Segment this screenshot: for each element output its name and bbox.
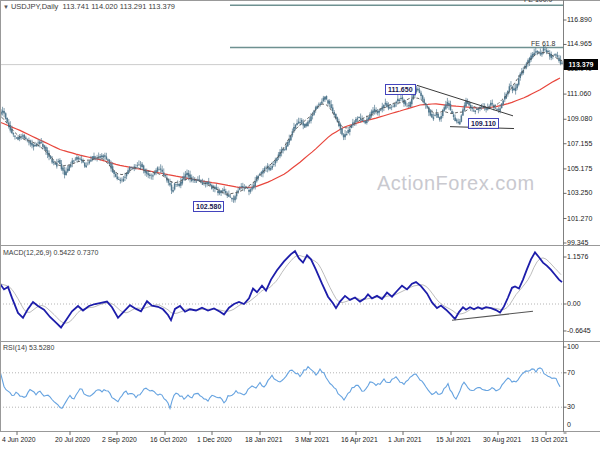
axis-tick-label: -0.6645 — [567, 327, 591, 335]
fib-expansion-618-label[interactable]: FE 61.8 — [531, 40, 556, 47]
date-tick-label: 3 Mar 2021 — [295, 436, 329, 444]
fib-expansion-100-label[interactable]: FE 100.0 — [524, 0, 552, 3]
axis-tick-label: 107.155 — [567, 140, 592, 148]
date-tick-label: 13 Oct 2021 — [531, 436, 568, 444]
symbol-timeframe-label: USDJPY,Daily — [11, 2, 58, 11]
price-label-support[interactable]: 109.110 — [468, 118, 499, 129]
ohlc-values: 113.741 114.020 113.291 113.379 — [63, 2, 175, 11]
chart-canvas[interactable] — [0, 0, 600, 450]
axis-tick-label: 0 — [567, 421, 571, 429]
axis-tick-label: 114.965 — [567, 40, 592, 48]
date-tick-label: 16 Apr 2021 — [341, 436, 378, 444]
axis-tick-label: 103.250 — [567, 189, 592, 197]
axis-tick-label: 0.00 — [567, 300, 581, 308]
axis-tick-label: 111.060 — [567, 90, 591, 98]
date-tick-label: 20 Jul 2020 — [55, 436, 90, 444]
price-label-high[interactable]: 111.650 — [385, 84, 416, 95]
axis-tick-label: 101.270 — [567, 215, 592, 223]
axis-tick-label: 109.080 — [567, 115, 592, 123]
axis-tick-label: 113.040 — [567, 65, 592, 73]
date-tick-label: 18 Jan 2021 — [245, 436, 282, 444]
date-tick-label: 30 Aug 2021 — [483, 436, 521, 444]
axis-tick-label: 70 — [567, 369, 575, 377]
date-tick-label: 4 Jun 2020 — [2, 436, 36, 444]
chevron-down-icon[interactable]: ▼ — [3, 4, 9, 10]
trading-chart-window: ▼USDJPY,Daily 113.741 114.020 113.291 11… — [0, 0, 600, 450]
date-tick-label: 1 Jun 2021 — [388, 436, 422, 444]
date-tick-label: 2 Sep 2020 — [102, 436, 137, 444]
axis-tick-label: 116.890 — [567, 16, 592, 24]
chart-header: ▼USDJPY,Daily 113.741 114.020 113.291 11… — [3, 2, 175, 11]
date-tick-label: 16 Oct 2020 — [150, 436, 187, 444]
rsi-indicator-title: RSI(14) 53.5280 — [3, 344, 54, 351]
price-label-low[interactable]: 102.580 — [193, 201, 224, 212]
axis-tick-label: 1.1576 — [567, 253, 588, 261]
date-tick-label: 15 Jul 2021 — [436, 436, 471, 444]
axis-tick-label: 105.175 — [567, 165, 592, 173]
axis-tick-label: 100 — [567, 343, 579, 351]
macd-indicator-title: MACD(12,26,9) 0.5422 0.7370 — [3, 249, 98, 256]
axis-tick-label: 99.345 — [567, 239, 588, 247]
date-tick-label: 1 Dec 2020 — [197, 436, 232, 444]
watermark: ActionForex.com — [377, 172, 535, 195]
axis-tick-label: 30 — [567, 403, 575, 411]
